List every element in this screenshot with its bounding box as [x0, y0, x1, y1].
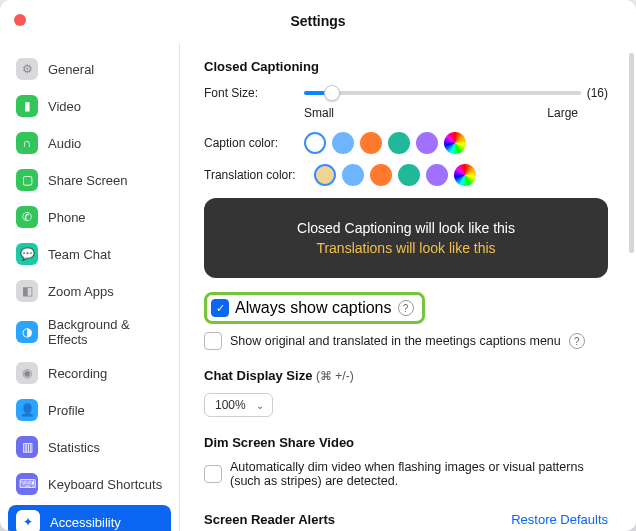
headphones-icon: ∩ [16, 132, 38, 154]
phone-icon: ✆ [16, 206, 38, 228]
dim-auto-label: Automatically dim video when flashing im… [230, 460, 608, 488]
chat-display-size-value: 100% [215, 398, 246, 412]
font-size-label: Font Size: [204, 86, 294, 100]
gear-icon: ⚙ [16, 58, 38, 80]
caption-color-row: Caption color: [204, 132, 608, 154]
sidebar-item-team-chat[interactable]: 💬 Team Chat [8, 238, 171, 270]
dim-screen-share-heading: Dim Screen Share Video [204, 435, 608, 450]
translation-color-swatch[interactable] [370, 164, 392, 186]
font-size-slider[interactable] [304, 91, 581, 95]
caption-color-swatch[interactable] [360, 132, 382, 154]
sidebar-item-label: Share Screen [48, 173, 128, 188]
settings-window: Settings ⚙ General ▮ Video ∩ Audio ▢ Sha… [0, 0, 636, 531]
apps-icon: ◧ [16, 280, 38, 302]
screen-reader-alerts-heading: Screen Reader Alerts [204, 512, 335, 527]
sidebar-item-label: General [48, 62, 94, 77]
sidebar-item-recording[interactable]: ◉ Recording [8, 357, 171, 389]
chevron-down-icon: ⌄ [256, 400, 264, 411]
chat-icon: 💬 [16, 243, 38, 265]
translation-color-swatch[interactable] [398, 164, 420, 186]
sidebar-item-label: Keyboard Shortcuts [48, 477, 162, 492]
share-screen-icon: ▢ [16, 169, 38, 191]
chat-display-size-hint: (⌘ +/-) [316, 369, 354, 383]
translation-color-swatch[interactable] [426, 164, 448, 186]
caption-preview: Closed Captioning will look like this Tr… [204, 198, 608, 278]
sidebar-item-label: Video [48, 99, 81, 114]
sidebar-item-label: Zoom Apps [48, 284, 114, 299]
profile-icon: 👤 [16, 399, 38, 421]
sidebar-item-label: Statistics [48, 440, 100, 455]
show-original-translated-label: Show original and translated in the meet… [230, 334, 561, 348]
sidebar-item-general[interactable]: ⚙ General [8, 53, 171, 85]
settings-content: Closed Captioning Font Size: (16) Small … [180, 43, 636, 531]
statistics-icon: ▥ [16, 436, 38, 458]
font-size-row: Font Size: (16) [204, 86, 608, 100]
dim-auto-row: Automatically dim video when flashing im… [204, 460, 608, 488]
sidebar-item-accessibility[interactable]: ✦ Accessibility [8, 505, 171, 531]
caption-color-custom-swatch[interactable] [444, 132, 466, 154]
sidebar-item-label: Team Chat [48, 247, 111, 262]
font-size-slider-wrap: (16) [304, 86, 608, 100]
caption-color-swatch[interactable] [304, 132, 326, 154]
settings-sidebar: ⚙ General ▮ Video ∩ Audio ▢ Share Screen… [0, 43, 180, 531]
font-size-value: (16) [587, 86, 608, 100]
record-icon: ◉ [16, 362, 38, 384]
content-scroll[interactable]: Closed Captioning Font Size: (16) Small … [180, 43, 630, 531]
restore-defaults-button[interactable]: Restore Defaults [511, 512, 608, 527]
keyboard-icon: ⌨ [16, 473, 38, 495]
info-icon[interactable]: ? [398, 300, 414, 316]
dim-auto-checkbox[interactable] [204, 465, 222, 483]
caption-color-swatch[interactable] [388, 132, 410, 154]
translation-color-custom-swatch[interactable] [454, 164, 476, 186]
info-icon[interactable]: ? [569, 333, 585, 349]
font-size-scale: Small Large [304, 106, 608, 120]
translation-color-swatch[interactable] [342, 164, 364, 186]
scale-small-label: Small [304, 106, 354, 120]
video-icon: ▮ [16, 95, 38, 117]
sidebar-item-background-effects[interactable]: ◑ Background & Effects [8, 312, 171, 352]
caption-preview-line1: Closed Captioning will look like this [214, 220, 598, 236]
translation-color-swatches [314, 164, 476, 186]
background-icon: ◑ [16, 321, 38, 343]
caption-preview-line2: Translations will look like this [214, 240, 598, 256]
scale-large-label: Large [547, 106, 578, 120]
chat-display-size-select[interactable]: 100% ⌄ [204, 393, 273, 417]
translation-color-row: Translation color: [204, 164, 608, 186]
footer-row: Screen Reader Alerts Restore Defaults [204, 512, 608, 527]
sidebar-item-label: Profile [48, 403, 85, 418]
show-original-translated-checkbox[interactable] [204, 332, 222, 350]
closed-captioning-heading: Closed Captioning [204, 59, 608, 74]
slider-knob[interactable] [324, 85, 340, 101]
sidebar-item-label: Recording [48, 366, 107, 381]
sidebar-item-label: Accessibility [50, 515, 121, 530]
window-body: ⚙ General ▮ Video ∩ Audio ▢ Share Screen… [0, 43, 636, 531]
caption-color-swatches [304, 132, 466, 154]
sidebar-item-label: Phone [48, 210, 86, 225]
caption-color-swatch[interactable] [332, 132, 354, 154]
chat-display-size-title: Chat Display Size [204, 368, 312, 383]
sidebar-item-audio[interactable]: ∩ Audio [8, 127, 171, 159]
caption-color-label: Caption color: [204, 136, 294, 150]
sidebar-item-keyboard-shortcuts[interactable]: ⌨ Keyboard Shortcuts [8, 468, 171, 500]
close-window-button[interactable] [14, 14, 26, 26]
always-show-captions-checkbox[interactable] [211, 299, 229, 317]
titlebar: Settings [0, 0, 636, 43]
sidebar-item-label: Background & Effects [48, 317, 163, 347]
translation-color-swatch[interactable] [314, 164, 336, 186]
sidebar-item-statistics[interactable]: ▥ Statistics [8, 431, 171, 463]
show-original-translated-row: Show original and translated in the meet… [204, 332, 608, 350]
window-title: Settings [290, 13, 345, 29]
always-show-captions-label: Always show captions [235, 299, 392, 317]
sidebar-item-label: Audio [48, 136, 81, 151]
window-traffic-lights [14, 14, 26, 26]
sidebar-item-zoom-apps[interactable]: ◧ Zoom Apps [8, 275, 171, 307]
sidebar-item-share-screen[interactable]: ▢ Share Screen [8, 164, 171, 196]
sidebar-item-profile[interactable]: 👤 Profile [8, 394, 171, 426]
translation-color-label: Translation color: [204, 168, 304, 182]
accessibility-icon: ✦ [16, 510, 40, 531]
chat-display-size-heading: Chat Display Size (⌘ +/-) [204, 368, 608, 383]
always-show-captions-callout: Always show captions ? [204, 292, 425, 324]
caption-color-swatch[interactable] [416, 132, 438, 154]
sidebar-item-phone[interactable]: ✆ Phone [8, 201, 171, 233]
sidebar-item-video[interactable]: ▮ Video [8, 90, 171, 122]
